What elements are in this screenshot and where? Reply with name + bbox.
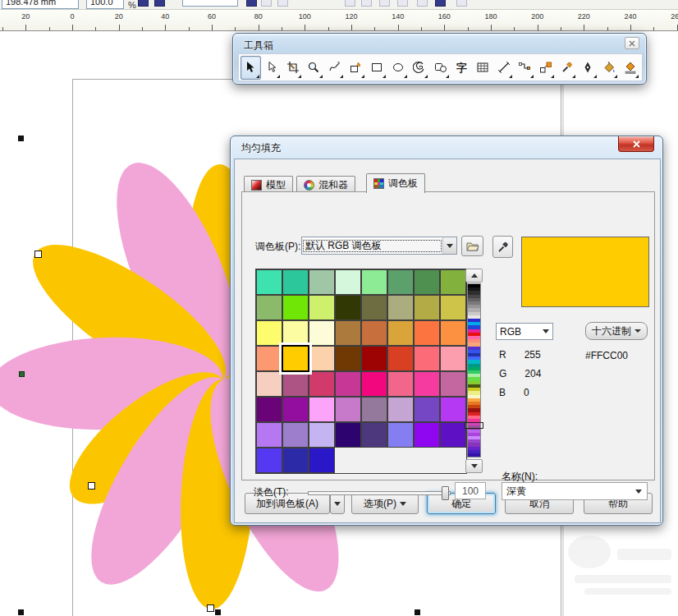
smart-fill-tool-button[interactable] xyxy=(346,56,366,80)
color-swatch[interactable] xyxy=(256,346,282,371)
dropdown-arrow-button[interactable] xyxy=(630,490,647,494)
color-swatch[interactable] xyxy=(361,371,387,397)
color-swatch[interactable] xyxy=(361,320,387,346)
color-swatch[interactable] xyxy=(361,295,387,320)
tab-model[interactable]: 模型 xyxy=(244,176,293,193)
dimension-tool-button[interactable] xyxy=(493,56,514,80)
toolbar-partial-icon[interactable] xyxy=(379,0,390,7)
selection-handle[interactable] xyxy=(215,609,221,615)
object-position-field[interactable]: 198.478 mm xyxy=(2,0,79,9)
hexadecimal-button[interactable]: 十六进制 xyxy=(585,322,648,340)
color-swatch[interactable] xyxy=(440,295,466,320)
color-swatch[interactable] xyxy=(256,295,282,320)
spectrum-position-marker[interactable] xyxy=(465,422,483,429)
color-swatch[interactable] xyxy=(282,320,309,346)
color-swatch[interactable] xyxy=(335,397,361,422)
color-swatch[interactable] xyxy=(282,295,309,320)
spiral-tool-button[interactable] xyxy=(410,56,430,80)
color-swatch[interactable] xyxy=(414,320,440,346)
dialog-eyedropper-button[interactable] xyxy=(492,236,513,258)
color-swatch[interactable] xyxy=(282,269,309,295)
color-swatch[interactable] xyxy=(309,397,335,422)
node-handle[interactable] xyxy=(88,482,95,490)
node-handle[interactable] xyxy=(207,605,214,612)
add-to-palette-dropdown-button[interactable] xyxy=(330,493,345,514)
eyedropper-tool-button[interactable] xyxy=(557,56,577,80)
toolbar-partial-icon[interactable] xyxy=(154,0,165,7)
color-swatch[interactable] xyxy=(440,269,466,295)
color-swatch[interactable] xyxy=(256,397,282,422)
tint-value-field[interactable]: 100 xyxy=(455,482,486,499)
options-button[interactable]: 选项(P) xyxy=(351,493,419,514)
selection-handle[interactable] xyxy=(18,136,24,141)
color-swatch[interactable] xyxy=(309,295,335,320)
color-swatch[interactable] xyxy=(414,397,440,422)
fill-tool-button[interactable] xyxy=(599,56,620,80)
color-swatch[interactable] xyxy=(335,422,361,448)
outline-pen-tool-button[interactable] xyxy=(578,56,598,80)
dialog-close-button[interactable] xyxy=(618,136,654,152)
color-swatch[interactable] xyxy=(256,269,282,295)
toolbar-partial-icon[interactable] xyxy=(138,0,149,7)
crop-tool-button[interactable] xyxy=(282,56,303,80)
basic-shapes-tool-button[interactable] xyxy=(430,56,451,80)
color-swatch[interactable] xyxy=(256,371,282,397)
open-palette-button[interactable] xyxy=(461,236,483,256)
color-swatch[interactable] xyxy=(309,346,335,371)
color-swatch[interactable] xyxy=(387,269,414,295)
color-swatch[interactable] xyxy=(361,422,387,448)
color-swatch[interactable] xyxy=(414,295,440,320)
color-swatch[interactable] xyxy=(335,320,361,346)
toolbox-window[interactable]: 工具箱 字 xyxy=(232,33,647,85)
selection-handle[interactable] xyxy=(415,609,420,615)
color-swatch[interactable] xyxy=(282,397,309,422)
color-swatch[interactable] xyxy=(387,346,414,371)
color-swatch[interactable] xyxy=(309,269,335,295)
color-swatch[interactable] xyxy=(282,422,309,448)
zoom-level-field[interactable]: 100.0 xyxy=(86,0,124,9)
palette-scroll-down-button[interactable] xyxy=(465,459,483,473)
dropdown-arrow-button[interactable] xyxy=(538,324,552,339)
color-swatch[interactable] xyxy=(440,371,466,397)
color-swatch[interactable] xyxy=(256,320,282,346)
tint-slider-track[interactable] xyxy=(308,491,451,495)
toolbar-partial-icon[interactable] xyxy=(345,0,355,7)
interactive-fill-tool-button[interactable] xyxy=(620,56,640,80)
color-swatch[interactable] xyxy=(414,269,440,295)
rectangle-tool-button[interactable] xyxy=(367,56,387,80)
color-swatch[interactable] xyxy=(256,422,282,448)
color-swatch[interactable] xyxy=(387,371,414,397)
color-swatch[interactable] xyxy=(335,269,361,295)
selection-handle[interactable] xyxy=(18,609,24,615)
uniform-fill-dialog[interactable]: 均匀填充 模型 混和器 调色板 调色板(P): 默认 RGB 调 xyxy=(230,136,663,526)
color-swatch[interactable] xyxy=(335,295,361,320)
toolbar-partial-icon[interactable] xyxy=(456,0,467,7)
connector-tool-button[interactable] xyxy=(515,56,535,80)
color-swatch[interactable] xyxy=(309,422,335,448)
selected-color-cell[interactable] xyxy=(282,345,309,372)
spectrum-band[interactable] xyxy=(468,453,480,457)
color-swatch[interactable] xyxy=(387,422,414,448)
horizontal-ruler[interactable]: 20020406080100120140160180200220240260 xyxy=(0,10,678,31)
pick-tool-button[interactable] xyxy=(241,56,261,80)
color-swatch[interactable] xyxy=(440,422,466,448)
freehand-tool-button[interactable] xyxy=(325,56,346,80)
palette-scroll-up-button[interactable] xyxy=(465,269,483,283)
toolbar-partial-icon[interactable] xyxy=(182,0,238,7)
color-swatch[interactable] xyxy=(414,346,440,371)
tab-palettes[interactable]: 调色板 xyxy=(366,173,425,193)
color-swatch[interactable] xyxy=(387,320,414,346)
zoom-tool-button[interactable] xyxy=(304,56,324,80)
toolbar-partial-icon[interactable] xyxy=(397,0,408,7)
color-swatch[interactable] xyxy=(414,371,440,397)
toolbar-partial-icon[interactable] xyxy=(277,0,288,7)
color-swatch[interactable] xyxy=(440,397,466,422)
color-name-select[interactable]: 深黄 xyxy=(502,482,648,500)
color-swatch[interactable] xyxy=(309,320,335,346)
selection-handle[interactable] xyxy=(19,371,25,377)
tab-mixer[interactable]: 混和器 xyxy=(296,176,355,193)
palette-select[interactable]: 默认 RGB 调色板 xyxy=(301,237,457,255)
text-tool-button[interactable]: 字 xyxy=(451,56,472,80)
color-swatch[interactable] xyxy=(414,422,440,448)
color-swatch[interactable] xyxy=(309,448,335,473)
